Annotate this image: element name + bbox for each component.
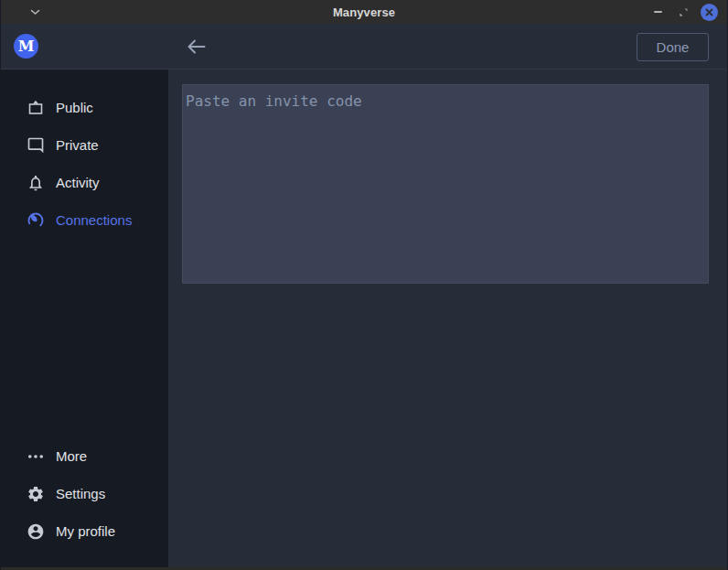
sidebar-item-settings[interactable]: Settings xyxy=(1,475,168,512)
sidebar-item-public[interactable]: Public xyxy=(1,89,168,126)
app-body: Public Private Activity xyxy=(1,70,727,567)
back-arrow-icon[interactable] xyxy=(185,36,207,58)
window-title: Manyverse xyxy=(1,5,727,19)
sidebar-item-label: More xyxy=(56,448,87,464)
close-button[interactable] xyxy=(701,4,718,21)
restore-button[interactable] xyxy=(675,4,692,21)
minimize-icon xyxy=(654,11,662,13)
close-icon xyxy=(705,8,713,16)
main-content xyxy=(168,70,727,567)
sidebar-bottom-group: More Settings My xyxy=(1,437,168,550)
manyverse-logo: M xyxy=(14,34,38,59)
sidebar-item-label: Connections xyxy=(56,212,132,228)
sidebar-item-activity[interactable]: Activity xyxy=(1,164,168,201)
sidebar: Public Private Activity xyxy=(1,70,168,567)
message-bubble-icon xyxy=(26,135,45,155)
titlebar: Manyverse xyxy=(1,0,727,24)
sidebar-item-my-profile[interactable]: My profile xyxy=(1,512,168,550)
sidebar-item-label: Activity xyxy=(56,175,100,190)
sidebar-item-label: My profile xyxy=(56,523,115,539)
sidebar-item-connections[interactable]: Connections xyxy=(1,201,168,239)
done-button[interactable]: Done xyxy=(637,33,709,61)
app-header: M Done xyxy=(1,24,727,70)
sidebar-item-private[interactable]: Private xyxy=(1,126,168,164)
bulletin-board-icon xyxy=(26,98,45,117)
window-menu-chevron-icon[interactable] xyxy=(28,6,41,17)
minimize-button[interactable] xyxy=(649,4,667,21)
sidebar-item-label: Private xyxy=(56,137,99,153)
gauge-icon xyxy=(26,210,45,230)
restore-icon xyxy=(679,7,689,17)
gear-icon xyxy=(26,484,45,503)
sidebar-item-more[interactable]: More xyxy=(1,437,168,475)
ellipsis-icon xyxy=(26,446,45,466)
window-controls xyxy=(649,0,718,24)
person-icon xyxy=(26,522,45,541)
sidebar-item-label: Settings xyxy=(56,486,105,501)
manyverse-window: Manyverse M Done xyxy=(0,0,728,570)
bell-icon xyxy=(26,173,45,192)
sidebar-item-label: Public xyxy=(56,100,93,115)
invite-code-input[interactable] xyxy=(182,84,709,284)
